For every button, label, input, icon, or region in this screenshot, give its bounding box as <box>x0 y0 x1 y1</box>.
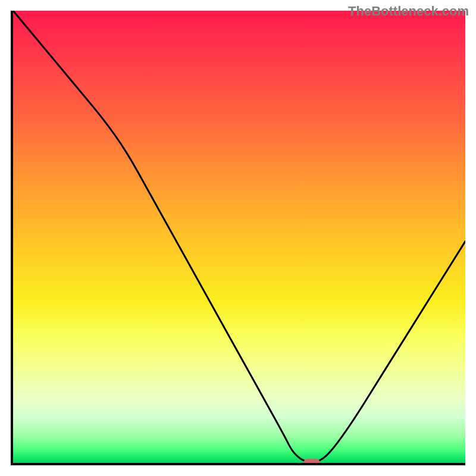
watermark-text: TheBottleneck.com <box>348 4 469 19</box>
bottleneck-chart: TheBottleneck.com <box>0 0 476 476</box>
curve-layer <box>13 11 465 463</box>
optimal-point-marker <box>303 459 320 465</box>
bottleneck-curve <box>13 11 465 463</box>
plot-area <box>11 11 465 465</box>
